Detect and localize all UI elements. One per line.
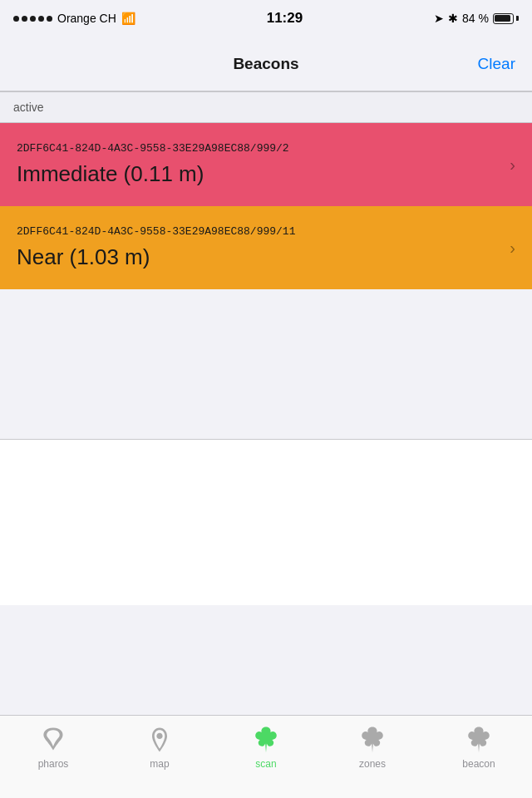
beacon-content: 2DFF6C41-824D-4A3C-9558-33E29A98EC88/999…: [17, 142, 289, 187]
beacon-content: 2DFF6C41-824D-4A3C-9558-33E29A98EC88/999…: [17, 225, 295, 270]
status-left: Orange CH 📶: [13, 12, 135, 25]
divider: [0, 439, 532, 440]
section-label: active: [13, 101, 44, 114]
carrier-name: Orange CH: [57, 12, 116, 25]
tab-label-beacon: beacon: [462, 758, 495, 770]
battery-percent: 84 %: [462, 12, 489, 25]
tab-label-zones: zones: [359, 758, 386, 770]
status-bar: Orange CH 📶 11:29 ➤ ✱ 84 %: [0, 0, 532, 37]
signal-dots: [13, 16, 52, 22]
tab-label-pharos: pharos: [38, 758, 69, 770]
tab-beacon[interactable]: beacon: [426, 724, 532, 770]
clear-button[interactable]: Clear: [478, 55, 515, 73]
status-time: 11:29: [267, 10, 303, 27]
chevron-right-icon: ›: [510, 155, 515, 175]
bluetooth-icon: ✱: [448, 12, 458, 25]
map-icon: [145, 724, 175, 754]
tab-scan[interactable]: scan: [213, 724, 319, 770]
zones-icon: [357, 724, 387, 754]
tab-pharos[interactable]: pharos: [0, 724, 106, 770]
tab-zones[interactable]: zones: [319, 724, 426, 770]
beacon-proximity: Immediate (0.11 m): [17, 161, 289, 187]
nav-bar: Beacons Clear: [0, 37, 532, 91]
wifi-icon: 📶: [121, 12, 135, 25]
tab-label-map: map: [150, 758, 169, 770]
nav-title: Beacons: [233, 55, 298, 73]
content-area: [0, 439, 532, 605]
beacon-proximity: Near (1.03 m): [17, 244, 295, 270]
chevron-right-icon: ›: [510, 239, 515, 258]
battery-icon: [493, 13, 519, 24]
location-icon: ➤: [434, 12, 444, 25]
status-right: ➤ ✱ 84 %: [434, 12, 519, 25]
beacon-uuid: 2DFF6C41-824D-4A3C-9558-33E29A98EC88/999…: [17, 142, 289, 155]
pharos-icon: [38, 724, 68, 754]
beacon-icon: [464, 724, 494, 754]
tab-bar: pharos map scan zones beacon: [0, 715, 532, 798]
beacon-uuid: 2DFF6C41-824D-4A3C-9558-33E29A98EC88/999…: [17, 225, 295, 238]
beacon-item[interactable]: 2DFF6C41-824D-4A3C-9558-33E29A98EC88/999…: [0, 123, 532, 206]
beacon-item[interactable]: 2DFF6C41-824D-4A3C-9558-33E29A98EC88/999…: [0, 206, 532, 289]
tab-label-scan: scan: [255, 758, 276, 770]
scan-icon: [251, 724, 281, 754]
tab-map[interactable]: map: [106, 724, 213, 770]
section-header: active: [0, 91, 532, 123]
